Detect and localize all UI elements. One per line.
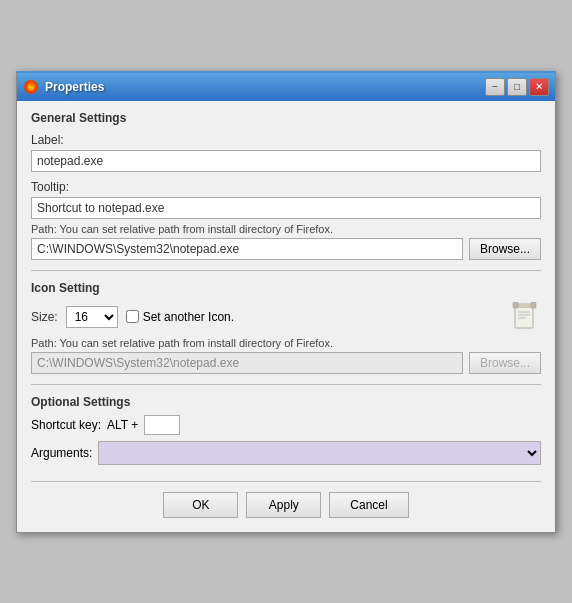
maximize-button[interactable]: □: [507, 78, 527, 96]
general-path-row: Browse...: [31, 238, 541, 260]
icon-preview: [509, 301, 541, 333]
label-field-label: Label:: [31, 133, 541, 147]
cancel-button[interactable]: Cancel: [329, 492, 408, 518]
arguments-select[interactable]: [98, 441, 541, 465]
general-path-note: Path: You can set relative path from ins…: [31, 223, 541, 235]
icon-browse-button[interactable]: Browse...: [469, 352, 541, 374]
dialog-content: General Settings Label: Tooltip: Path: Y…: [17, 101, 555, 532]
general-browse-button[interactable]: Browse...: [469, 238, 541, 260]
another-icon-checkbox[interactable]: [126, 310, 139, 323]
icon-path-input[interactable]: [31, 352, 463, 374]
label-input[interactable]: [31, 150, 541, 172]
tooltip-input[interactable]: [31, 197, 541, 219]
general-path-input[interactable]: [31, 238, 463, 260]
icon-setting-row: Size: 16 24 32 48 Set another Icon.: [31, 301, 541, 333]
icon-path-row: Browse...: [31, 352, 541, 374]
shortcut-key-row: Shortcut key: ALT +: [31, 415, 541, 435]
minimize-button[interactable]: −: [485, 78, 505, 96]
properties-dialog: Properties − □ ✕ General Settings Label:…: [16, 71, 556, 533]
general-settings-label: General Settings: [31, 111, 541, 125]
arguments-row: Arguments:: [31, 441, 541, 465]
window-title: Properties: [45, 80, 104, 94]
notepad-icon: [511, 302, 539, 332]
alt-label: ALT +: [107, 418, 138, 432]
divider-2: [31, 384, 541, 385]
title-bar: Properties − □ ✕: [17, 73, 555, 101]
tooltip-field-label: Tooltip:: [31, 180, 541, 194]
svg-rect-8: [513, 302, 518, 308]
shortcut-key-input[interactable]: [144, 415, 180, 435]
svg-rect-9: [531, 302, 536, 308]
arguments-label: Arguments:: [31, 446, 92, 460]
icon-path-note: Path: You can set relative path from ins…: [31, 337, 541, 349]
divider-1: [31, 270, 541, 271]
size-label: Size:: [31, 310, 58, 324]
shortcut-key-label: Shortcut key:: [31, 418, 101, 432]
close-button[interactable]: ✕: [529, 78, 549, 96]
title-bar-left: Properties: [23, 79, 104, 95]
another-icon-checkbox-row: Set another Icon.: [126, 310, 234, 324]
size-select[interactable]: 16 24 32 48: [66, 306, 118, 328]
button-row: OK Apply Cancel: [31, 481, 541, 518]
icon-setting-label: Icon Setting: [31, 281, 541, 295]
title-buttons: − □ ✕: [485, 78, 549, 96]
ok-button[interactable]: OK: [163, 492, 238, 518]
another-icon-label: Set another Icon.: [143, 310, 234, 324]
firefox-icon: [23, 79, 39, 95]
optional-settings-label: Optional Settings: [31, 395, 541, 409]
apply-button[interactable]: Apply: [246, 492, 321, 518]
